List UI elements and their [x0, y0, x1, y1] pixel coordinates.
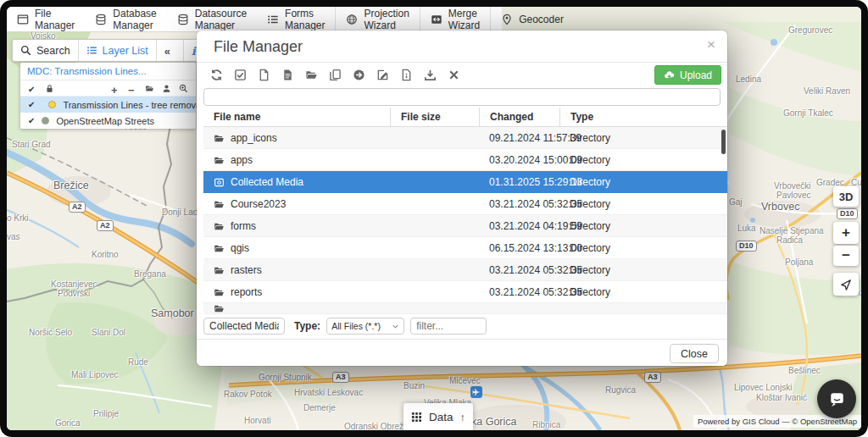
upload-button[interactable]: Upload: [654, 65, 721, 85]
refresh-icon[interactable]: [210, 69, 223, 81]
media-folder-icon: [214, 177, 225, 188]
folder-icon: [214, 155, 225, 166]
folder-icon: [214, 265, 225, 276]
file-name: forms: [231, 215, 256, 237]
upload-button-label: Upload: [680, 69, 712, 81]
search-button[interactable]: Search: [13, 40, 79, 61]
globe-icon: [346, 14, 358, 25]
layer-list-button[interactable]: Layer List: [79, 40, 157, 61]
file-row[interactable]: rasters03.21.2024 05:32:35Directory: [203, 259, 727, 281]
move-icon[interactable]: [353, 69, 365, 81]
toolbar-item-geocoder[interactable]: Geocoder: [490, 7, 574, 31]
airport-icon: [470, 386, 482, 398]
table-scrollbar[interactable]: [721, 130, 726, 154]
map-title-link[interactable]: MDC: Transmission Lines...: [20, 63, 196, 80]
file-name: reports: [231, 281, 262, 303]
up-arrow-icon: ↑: [460, 411, 466, 423]
toolbar-item-label: Database Manager: [113, 8, 156, 31]
minus-icon[interactable]: −: [128, 84, 137, 93]
toolbar-item-database-manager[interactable]: Database Manager: [85, 7, 166, 31]
app-toolbar: File ManagerDatabase ManagerDatasource M…: [7, 7, 502, 32]
new-file-icon[interactable]: [258, 69, 270, 81]
file-type-select[interactable]: All Files (*.*): [326, 318, 404, 335]
user-icon[interactable]: [162, 84, 171, 93]
file-changed: 09.21.2024 11:57:39: [479, 127, 559, 149]
file-changed: 03.21.2024 04:19:59: [479, 215, 559, 237]
file-type: Directory: [559, 127, 727, 149]
check-icon[interactable]: ✔: [28, 116, 35, 125]
file-row[interactable]: Course202303.21.2024 05:32:35Directory: [203, 193, 727, 215]
file-row[interactable]: [203, 303, 727, 314]
file-size: [390, 171, 479, 193]
column-header-type[interactable]: Type: [559, 108, 727, 126]
check-square-icon[interactable]: [234, 69, 247, 81]
toolbar-item-label: Projection Wizard: [364, 8, 409, 31]
file-info-icon[interactable]: [400, 69, 413, 81]
column-header-file-size[interactable]: File size: [390, 108, 479, 126]
folder-icon: [214, 287, 225, 298]
toolbar-item-label: Forms Manager: [285, 8, 325, 31]
locate-button[interactable]: [833, 273, 859, 296]
delete-icon[interactable]: [448, 69, 460, 81]
layer-row[interactable]: ✔Transmission Lines - tree removal: [20, 97, 196, 113]
file-row[interactable]: apps03.20.2024 15:00:09Directory: [203, 149, 727, 171]
column-header-file-name[interactable]: File name: [203, 108, 390, 126]
collapse-button[interactable]: «: [157, 40, 184, 61]
layer-list-icon: [86, 45, 97, 56]
folder-icon: [214, 303, 225, 313]
plus-icon[interactable]: +: [111, 84, 120, 93]
file-changed: 06.15.2024 13:13:00: [479, 237, 559, 259]
file-row[interactable]: Collected Media01.31.2025 15:29:13Direct…: [203, 171, 727, 193]
check-icon[interactable]: ✔: [28, 100, 35, 109]
file-table-header[interactable]: File nameFile sizeChangedType: [203, 108, 727, 127]
chat-button[interactable]: [817, 379, 856, 418]
file-row[interactable]: reports03.21.2024 05:32:35Directory: [203, 281, 727, 303]
database-icon: [95, 14, 107, 25]
toolbar-item-datasource-manager[interactable]: Datasource Manager: [167, 7, 257, 31]
download-icon[interactable]: [424, 69, 437, 81]
cloud-upload-icon: [664, 69, 675, 80]
file-type: Directory: [559, 171, 727, 193]
toolbar-item-projection-wizard[interactable]: Projection Wizard: [335, 7, 419, 31]
tool-label: Search: [36, 45, 70, 57]
toolbar-item-merge-wizard[interactable]: Merge Wizard: [420, 7, 490, 31]
layer-row[interactable]: ✔OpenStreetMap Streets: [20, 113, 196, 129]
close-button[interactable]: Close: [670, 344, 719, 363]
chat-icon: [828, 390, 846, 408]
filter-input[interactable]: [410, 318, 487, 335]
file-name: Course2023: [231, 193, 286, 215]
close-icon[interactable]: ×: [707, 36, 715, 53]
file-text-icon[interactable]: [281, 69, 294, 81]
column-header-changed[interactable]: Changed: [479, 108, 559, 126]
new-folder-icon[interactable]: [305, 69, 318, 81]
folder-icon: [214, 133, 225, 144]
path-input[interactable]: [203, 88, 721, 106]
layer-label: OpenStreetMap Streets: [56, 116, 154, 126]
file-type: Directory: [559, 149, 727, 171]
folder-icon[interactable]: [145, 84, 154, 93]
rename-icon[interactable]: [376, 69, 389, 81]
list-icon: [267, 14, 279, 25]
data-panel-toggle[interactable]: Data ↑: [403, 403, 473, 430]
check-icon[interactable]: ✔: [28, 84, 37, 93]
copy-icon[interactable]: [329, 69, 342, 81]
data-panel-label: Data: [429, 411, 453, 423]
lock-icon[interactable]: [45, 84, 54, 93]
filename-input[interactable]: [203, 318, 285, 335]
dialog-title: File Manager: [214, 38, 303, 56]
layer-label: Transmission Lines - tree removal: [63, 100, 203, 110]
3d-button[interactable]: 3D: [833, 186, 859, 207]
zoom-area-icon[interactable]: [179, 84, 188, 93]
layer-swatch: [48, 101, 56, 108]
toolbar-item-label: Merge Wizard: [448, 8, 480, 31]
file-row[interactable]: forms03.21.2024 04:19:59Directory: [203, 215, 727, 237]
header-divider: [197, 62, 727, 63]
file-size: [390, 237, 479, 259]
toolbar-item-file-manager[interactable]: File Manager: [7, 7, 85, 31]
zoom-out-button[interactable]: −: [833, 246, 859, 266]
file-row[interactable]: qgis06.15.2024 13:13:00Directory: [203, 237, 727, 259]
toolbar-item-forms-manager[interactable]: Forms Manager: [257, 7, 335, 31]
zoom-in-button[interactable]: +: [833, 222, 859, 244]
toolbar-item-label: Datasource Manager: [195, 8, 247, 31]
file-row[interactable]: app_icons09.21.2024 11:57:39Directory: [203, 127, 727, 149]
